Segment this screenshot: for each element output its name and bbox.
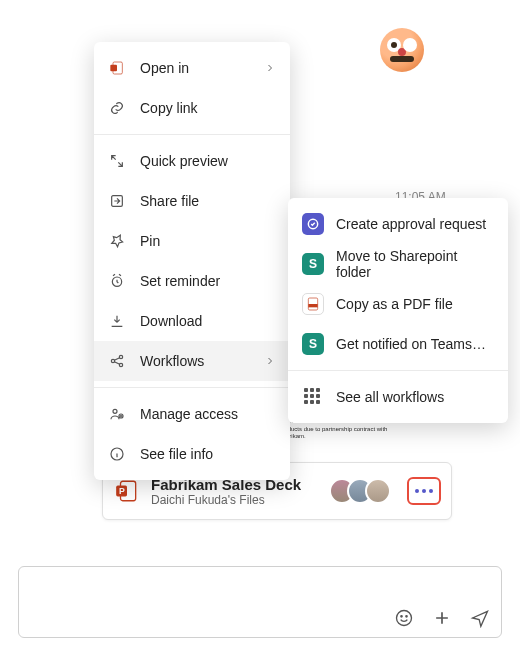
collaborator-avatars[interactable]: [329, 478, 391, 504]
menu-set-reminder[interactable]: Set reminder: [94, 261, 290, 301]
download-icon: [108, 312, 126, 330]
menu-label: Manage access: [140, 406, 276, 422]
pin-icon: [108, 232, 126, 250]
submenu-label: Create approval request: [336, 216, 486, 232]
menu-copy-link[interactable]: Copy link: [94, 88, 290, 128]
menu-manage-access[interactable]: Manage access: [94, 394, 290, 434]
submenu-label: Get notified on Teams…: [336, 336, 486, 352]
menu-label: Open in: [140, 60, 250, 76]
menu-label: Workflows: [140, 353, 250, 369]
submenu-label: See all workflows: [336, 389, 444, 405]
approval-app-icon: [302, 213, 324, 235]
menu-see-file-info[interactable]: See file info: [94, 434, 290, 474]
file-subtitle: Daichi Fukuda's Files: [151, 493, 319, 507]
chevron-right-icon: [264, 62, 276, 74]
share-icon: [108, 192, 126, 210]
workflows-submenu: Create approval request S Move to Sharep…: [288, 198, 508, 423]
sharepoint-app-icon: S: [302, 253, 324, 275]
svg-rect-7: [110, 65, 117, 72]
submenu-label: Move to Sharepoint folder: [336, 248, 494, 280]
menu-workflows[interactable]: Workflows: [94, 341, 290, 381]
workflow-move-sharepoint[interactable]: S Move to Sharepoint folder: [288, 244, 508, 284]
clock-icon: [108, 272, 126, 290]
manage-access-icon: [108, 405, 126, 423]
menu-share-file[interactable]: Share file: [94, 181, 290, 221]
menu-open-in[interactable]: Open in: [94, 48, 290, 88]
submenu-label: Copy as a PDF file: [336, 296, 453, 312]
menu-label: Copy link: [140, 100, 276, 116]
sharepoint-app-icon: S: [302, 333, 324, 355]
svg-point-5: [406, 616, 407, 617]
menu-label: Pin: [140, 233, 276, 249]
menu-label: Quick preview: [140, 153, 276, 169]
svg-point-4: [401, 616, 402, 617]
menu-quick-preview[interactable]: Quick preview: [94, 141, 290, 181]
menu-label: Share file: [140, 193, 276, 209]
svg-point-13: [113, 409, 117, 413]
menu-label: Set reminder: [140, 273, 276, 289]
expand-icon: [108, 152, 126, 170]
message-compose-box[interactable]: [18, 566, 502, 638]
file-more-options-button[interactable]: [407, 477, 441, 505]
svg-rect-18: [308, 304, 317, 307]
svg-text:P: P: [119, 486, 125, 496]
workflow-create-approval[interactable]: Create approval request: [288, 204, 508, 244]
menu-download[interactable]: Download: [94, 301, 290, 341]
svg-point-3: [397, 611, 412, 626]
chevron-right-icon: [264, 355, 276, 367]
workflow-get-notified[interactable]: S Get notified on Teams…: [288, 324, 508, 364]
link-icon: [108, 99, 126, 117]
powerpoint-icon: P: [113, 477, 141, 505]
workflow-see-all[interactable]: See all workflows: [288, 377, 508, 417]
send-icon[interactable]: [469, 607, 491, 629]
info-icon: [108, 445, 126, 463]
file-context-menu: Open in Copy link Quick preview Share fi…: [94, 42, 290, 480]
plus-icon[interactable]: [431, 607, 453, 629]
workflows-icon: [108, 352, 126, 370]
emoji-icon[interactable]: [393, 607, 415, 629]
apps-grid-icon: [302, 386, 324, 408]
sender-avatar[interactable]: [380, 28, 424, 72]
powerpoint-icon: [108, 59, 126, 77]
workflow-copy-pdf[interactable]: Copy as a PDF file: [288, 284, 508, 324]
menu-label: See file info: [140, 446, 276, 462]
menu-pin[interactable]: Pin: [94, 221, 290, 261]
pdf-app-icon: [302, 293, 324, 315]
menu-label: Download: [140, 313, 276, 329]
